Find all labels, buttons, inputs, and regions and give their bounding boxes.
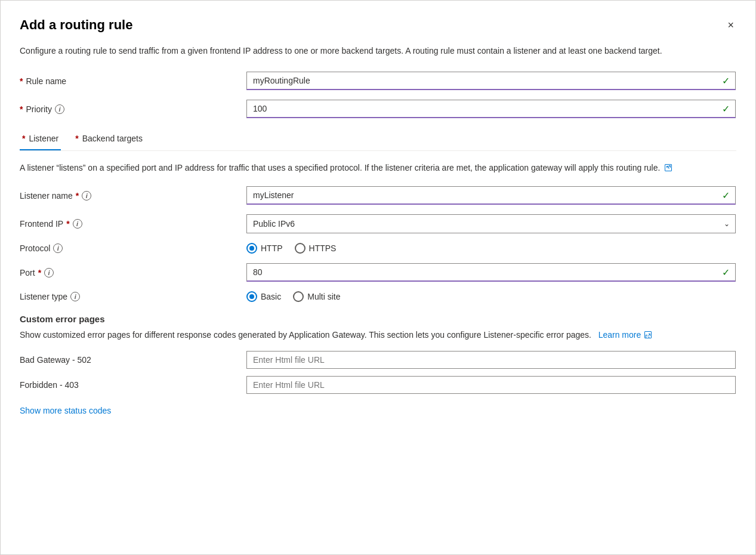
custom-error-section: Custom error pages Show customized error…: [20, 314, 736, 415]
custom-error-description: Show customized error pages for differen…: [20, 329, 736, 341]
priority-info-icon[interactable]: i: [55, 104, 64, 114]
port-check-icon: ✓: [722, 267, 730, 278]
frontend-ip-select[interactable]: Public IPv6 Public IPv4 Private: [246, 214, 736, 233]
frontend-ip-required-star: *: [66, 219, 69, 229]
listener-name-label: Listener name * i: [20, 191, 246, 201]
port-row: Port * i ✓: [20, 263, 736, 282]
priority-input[interactable]: [246, 100, 736, 118]
forbidden-label: Forbidden - 403: [20, 380, 246, 390]
learn-more-external-icon: [644, 331, 652, 338]
protocol-radio-group: HTTP HTTPS: [246, 243, 736, 254]
listener-name-input-wrapper: ✓: [246, 186, 736, 205]
protocol-label-text: Protocol: [20, 243, 50, 253]
bad-gateway-input[interactable]: [246, 351, 736, 369]
frontend-ip-info-icon[interactable]: i: [73, 219, 82, 229]
listener-type-row: Listener type i Basic Multi site: [20, 291, 736, 302]
port-input-wrapper: ✓: [246, 263, 736, 282]
listener-description: A listener “listens” on a specified port…: [20, 162, 676, 174]
priority-input-wrapper: ✓: [246, 100, 736, 118]
port-info-icon[interactable]: i: [44, 268, 54, 278]
protocol-https-label: HTTPS: [309, 243, 337, 253]
bad-gateway-label: Bad Gateway - 502: [20, 355, 246, 365]
protocol-https-radio[interactable]: [295, 243, 306, 254]
port-label-text: Port: [20, 268, 35, 278]
listener-type-radio-group: Basic Multi site: [246, 291, 736, 302]
rule-name-row: * Rule name ✓: [20, 72, 736, 90]
protocol-http-label: HTTP: [261, 243, 283, 253]
listener-type-info-icon[interactable]: i: [70, 292, 80, 301]
tab-backend-targets[interactable]: * Backend targets: [73, 128, 145, 150]
add-routing-rule-dialog: Add a routing rule × Configure a routing…: [0, 0, 756, 555]
listener-type-multisite-radio[interactable]: [293, 291, 304, 302]
listener-name-row: Listener name * i ✓: [20, 186, 736, 205]
listener-type-basic-label: Basic: [261, 292, 281, 301]
frontend-ip-label-text: Frontend IP: [20, 219, 63, 229]
rule-name-input[interactable]: [246, 72, 736, 90]
listener-name-input[interactable]: [246, 186, 736, 205]
tab-listener[interactable]: * Listener: [20, 128, 61, 150]
backend-tab-star: *: [75, 134, 78, 143]
rule-name-label: * Rule name: [20, 76, 246, 86]
port-input[interactable]: [246, 263, 736, 282]
listener-tab-star: *: [22, 134, 25, 143]
frontend-ip-row: Frontend IP * i Public IPv6 Public IPv4 …: [20, 214, 736, 233]
protocol-http-radio[interactable]: [246, 243, 257, 254]
listener-name-required-star: *: [76, 191, 79, 201]
port-required-star: *: [38, 268, 41, 278]
listener-type-label-text: Listener type: [20, 292, 67, 301]
dialog-title: Add a routing rule: [20, 17, 132, 33]
frontend-ip-label: Frontend IP * i: [20, 219, 246, 229]
priority-required-star: *: [20, 104, 23, 114]
listener-name-check-icon: ✓: [722, 190, 730, 201]
priority-label-text: Priority: [26, 104, 52, 114]
protocol-row: Protocol i HTTP HTTPS: [20, 243, 736, 254]
listener-type-basic-radio[interactable]: [246, 291, 257, 302]
custom-error-title: Custom error pages: [20, 314, 736, 324]
listener-tab-label: Listener: [29, 134, 58, 143]
bad-gateway-row: Bad Gateway - 502: [20, 351, 736, 369]
learn-more-link[interactable]: Learn more: [598, 330, 641, 340]
forbidden-input[interactable]: [246, 376, 736, 394]
protocol-https-option[interactable]: HTTPS: [295, 243, 337, 254]
forbidden-row: Forbidden - 403: [20, 376, 736, 394]
listener-type-multisite-option[interactable]: Multi site: [293, 291, 340, 302]
listener-type-label: Listener type i: [20, 292, 246, 301]
port-label: Port * i: [20, 268, 246, 278]
rule-name-required-star: *: [20, 76, 23, 86]
dialog-header: Add a routing rule ×: [20, 17, 736, 33]
priority-check-icon: ✓: [722, 103, 730, 115]
protocol-label: Protocol i: [20, 243, 246, 253]
protocol-http-option[interactable]: HTTP: [246, 243, 283, 254]
listener-name-label-text: Listener name: [20, 191, 73, 201]
backend-tab-label: Backend targets: [82, 134, 143, 143]
external-link-icon: [665, 164, 672, 171]
close-button[interactable]: ×: [725, 17, 736, 33]
dialog-description: Configure a routing rule to send traffic…: [20, 45, 676, 57]
listener-name-info-icon[interactable]: i: [82, 191, 91, 201]
rule-name-input-wrapper: ✓: [246, 72, 736, 90]
rule-name-check-icon: ✓: [722, 75, 730, 87]
rule-name-label-text: Rule name: [26, 76, 66, 86]
tabs-container: * Listener * Backend targets: [20, 128, 736, 151]
listener-type-multisite-label: Multi site: [307, 292, 340, 301]
priority-label: * Priority i: [20, 104, 246, 114]
listener-type-basic-option[interactable]: Basic: [246, 291, 281, 302]
frontend-ip-select-wrapper: Public IPv6 Public IPv4 Private ⌄: [246, 214, 736, 233]
show-more-status-codes-link[interactable]: Show more status codes: [20, 406, 111, 415]
priority-row: * Priority i ✓: [20, 100, 736, 118]
protocol-info-icon[interactable]: i: [53, 243, 63, 253]
